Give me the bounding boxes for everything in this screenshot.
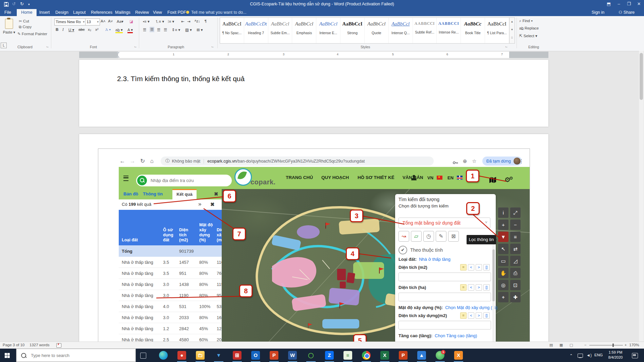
zoom-icon[interactable]: ⊕	[462, 157, 468, 166]
close-button[interactable]: ✕	[634, 1, 644, 6]
zoom-out-icon[interactable]: −	[584, 343, 586, 347]
table-row[interactable]: Nhà ở thấp tầng3.0119080%952	[119, 290, 222, 301]
zoom-in-icon[interactable]: +	[625, 343, 627, 347]
password-key-icon[interactable]	[452, 158, 458, 167]
operator-gt[interactable]: >	[476, 312, 482, 319]
share-button[interactable]: ⚇ Share	[619, 9, 635, 16]
style-item[interactable]: AaBbCcIStrong	[340, 18, 365, 43]
select-area-tool-icon[interactable]: ⊠	[448, 231, 459, 242]
taskbar-app-xsplit[interactable]: X	[449, 349, 468, 362]
start-button[interactable]	[5, 353, 10, 358]
paste-button[interactable]: Paste ▾	[3, 18, 15, 43]
filter-input[interactable]	[398, 293, 491, 301]
panel-close-icon[interactable]: ✖	[214, 191, 218, 197]
browser-menu-icon[interactable]: ⋮	[519, 157, 524, 166]
styles-gallery-scroll[interactable]: ▲▼⍗	[509, 17, 515, 44]
horizontal-ruler[interactable]: 1234567	[79, 52, 548, 58]
tab-ket-qua[interactable]: Kết quả	[172, 189, 197, 199]
operator-range[interactable]: []	[483, 312, 490, 319]
bookmark-star-icon[interactable]: ☆	[471, 157, 478, 166]
table-row[interactable]: Nhà ở thấp tầng3.0143880%1150	[119, 279, 222, 290]
tray-chevron-icon[interactable]: ⌃	[570, 353, 573, 358]
operator-gt[interactable]: >	[476, 284, 482, 291]
operator-gt[interactable]: >	[476, 264, 482, 270]
measure-line-tool-icon[interactable]: ↝	[398, 231, 409, 242]
filter-link[interactable]: Chọn Tầng cao (tầng)	[435, 333, 477, 338]
operator-range[interactable]: []	[483, 264, 490, 270]
clear-formatting-icon[interactable]: ◪	[129, 19, 133, 24]
map-tool-layers-icon[interactable]: ≡	[510, 232, 521, 242]
style-item[interactable]: AaBbCclQuote	[365, 18, 389, 43]
taskbar-search-input[interactable]	[30, 353, 125, 358]
paragraph-dialog-launcher-icon[interactable]: ⌙	[211, 45, 214, 48]
operator-eq[interactable]: =	[460, 264, 467, 270]
operator-range[interactable]: []	[483, 284, 490, 291]
style-item[interactable]: AaBbCcI¶ No Spac...	[220, 18, 244, 43]
select-button[interactable]: ⇱ Select ▾	[519, 34, 537, 38]
taskbar-app-remote-app[interactable]: ⊞	[228, 349, 247, 362]
find-button[interactable]: ⌕ Find ▾	[519, 19, 533, 23]
change-case-icon[interactable]: Aa▾	[117, 19, 123, 24]
nav-item-quy-hoach[interactable]: QUY HOẠCH	[321, 175, 349, 180]
filter-link[interactable]: Chọn Mật độ xây dựng (%)	[445, 305, 497, 310]
tell-me-box[interactable]: Tell me what you want to do...	[186, 9, 247, 16]
user-icon[interactable]	[411, 175, 417, 180]
borders-icon[interactable]: ⊞ ▾	[197, 27, 203, 32]
superscript-button[interactable]: x²	[95, 27, 99, 32]
operator-lt[interactable]: <	[468, 264, 474, 270]
table-row[interactable]: Nhà ở thấp tầng1.2284245%1278	[119, 323, 222, 334]
lang-vn-label[interactable]: VN	[427, 175, 433, 180]
shading-icon[interactable]: ▨ ▾	[185, 27, 192, 32]
browser-back-icon[interactable]: ←	[119, 157, 126, 166]
map-tool-pointer-icon[interactable]: ↖	[498, 244, 508, 254]
taskbar-app-zalo[interactable]: Z	[320, 349, 339, 362]
filter-input[interactable]	[398, 273, 491, 281]
nav-item-trang-chu[interactable]: TRANG CHỦ	[286, 175, 313, 180]
map-tool-info-icon[interactable]: i	[498, 207, 508, 218]
align-left-icon[interactable]: ☰	[143, 27, 146, 32]
tab-stop-selector[interactable]: L	[1, 43, 7, 48]
document-scrollbar-thumb[interactable]	[640, 53, 643, 100]
map-tool-fullscreen-icon[interactable]: ⤢	[510, 207, 521, 218]
browser-reload-icon[interactable]: ↻	[139, 157, 146, 166]
taskbar-app-powerpoint[interactable]: P	[265, 349, 283, 362]
operator-lt[interactable]: <	[468, 312, 474, 319]
tab-file[interactable]: File	[0, 9, 15, 16]
map-tool-filter-icon[interactable]: ▼	[498, 232, 508, 242]
map-tool-pan-icon[interactable]: ✋	[498, 268, 508, 278]
map-tool-print-icon[interactable]: ⎙	[510, 268, 521, 278]
minimize-button[interactable]: –	[614, 1, 624, 6]
results-close-icon[interactable]: ✖	[210, 201, 215, 207]
zoom-slider[interactable]	[589, 345, 623, 346]
polygon-tool-icon[interactable]: ▱	[411, 231, 422, 242]
site-search-input[interactable]	[150, 178, 225, 183]
language-indicator[interactable]: ENG	[594, 353, 603, 357]
font-dialog-launcher-icon[interactable]: ⌙	[134, 45, 137, 48]
nav-item-ho-so-thiet-ke[interactable]: HỒ SƠ THIẾT KẾ	[358, 175, 394, 180]
document-scrollbar[interactable]	[639, 51, 644, 342]
taskbar-app-file-explorer[interactable]: 🗀	[191, 349, 210, 362]
taskbar-app-onedrive[interactable]: ▼	[210, 349, 228, 362]
style-item[interactable]: AaBbCclSubtle Em...	[268, 18, 292, 43]
action-center-icon[interactable]	[632, 353, 638, 358]
grow-font-icon[interactable]: A˄	[101, 19, 105, 23]
taskbar-app-zalo-pc[interactable]: 1	[431, 349, 449, 362]
taskbar-app-notes-app[interactable]: ≡	[339, 349, 357, 362]
style-item[interactable]: AaBbCclIntense Q...	[389, 18, 413, 43]
sign-in-button[interactable]: Sign in	[592, 9, 604, 16]
map-tool-swap-icon[interactable]: ⇄	[510, 244, 521, 254]
table-row[interactable]: Nhà ở thấp tầng3.0203380%1626	[119, 312, 222, 323]
page-indicator[interactable]: Page 3 of 10	[3, 343, 24, 347]
style-item[interactable]: AaBbCcDtHeading 7	[244, 18, 268, 43]
web-layout-icon[interactable]: ▢	[570, 343, 573, 347]
table-row[interactable]: Nhà ở thấp tầng2.5458060%206	[119, 334, 222, 342]
operator-eq[interactable]: =	[460, 312, 467, 319]
panel-scrollbar-thumb[interactable]	[492, 249, 495, 301]
sync-paused-chip[interactable]: Đã tạm dừng	[482, 157, 522, 166]
operator-eq[interactable]: =	[460, 284, 467, 291]
multilevel-list-icon[interactable]: ⁝≡ ▾	[168, 19, 174, 24]
style-item[interactable]: AABBCCIIntense Re...	[437, 18, 461, 43]
clipboard-dialog-launcher-icon[interactable]: ⌙	[46, 45, 49, 48]
speaker-icon[interactable]: ◄)	[586, 353, 592, 358]
browser-home-icon[interactable]: ⌂	[149, 157, 155, 166]
